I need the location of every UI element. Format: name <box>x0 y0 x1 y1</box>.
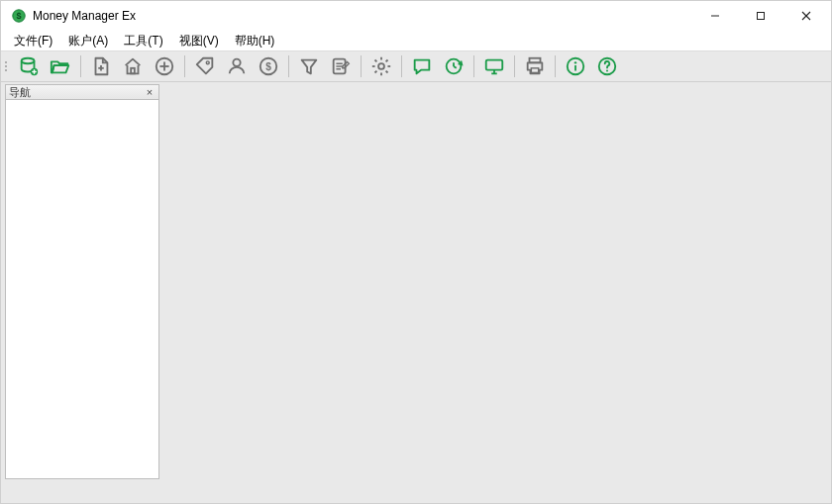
svg-rect-40 <box>531 68 538 73</box>
settings-button[interactable] <box>365 52 397 80</box>
toolbar-separator <box>401 55 402 77</box>
db-new-button[interactable] <box>13 52 45 80</box>
edit-list-icon <box>330 55 352 77</box>
fullscreen-button[interactable] <box>478 52 510 80</box>
info-icon <box>565 55 586 77</box>
currency-button[interactable]: $ <box>253 52 284 80</box>
toolbar-separator <box>555 55 556 77</box>
open-button[interactable] <box>45 52 76 80</box>
printer-icon <box>524 55 546 77</box>
currency-icon: $ <box>258 55 279 77</box>
svg-line-32 <box>374 71 376 73</box>
menu-tools[interactable]: 工具(T) <box>117 31 169 51</box>
filter-button[interactable] <box>293 52 325 80</box>
window-controls <box>692 1 829 31</box>
svg-line-30 <box>386 71 388 73</box>
funnel-icon <box>298 55 320 77</box>
file-plus-icon <box>90 55 112 77</box>
main-area <box>163 84 827 499</box>
home-icon <box>122 55 144 77</box>
new-file-button[interactable] <box>85 52 117 80</box>
tag-button[interactable] <box>189 52 221 80</box>
titlebar: $ Money Manager Ex <box>1 1 831 31</box>
close-button[interactable] <box>783 1 829 31</box>
menu-view[interactable]: 视图(V) <box>172 31 226 51</box>
minimize-button[interactable] <box>692 1 738 31</box>
svg-text:$: $ <box>16 11 21 21</box>
home-button[interactable] <box>117 52 149 80</box>
add-button[interactable] <box>149 52 180 80</box>
help-button[interactable] <box>591 52 623 80</box>
panel-close-icon[interactable]: × <box>143 85 156 99</box>
svg-line-31 <box>386 59 388 61</box>
toolbar-separator <box>473 55 474 77</box>
toolbar-separator <box>80 55 81 77</box>
svg-point-16 <box>206 61 209 64</box>
svg-point-17 <box>233 59 240 66</box>
content-area: 导航 × <box>1 82 831 503</box>
toolbar-separator <box>514 55 515 77</box>
comment-icon <box>411 55 433 77</box>
svg-line-35 <box>454 66 457 68</box>
menubar: 文件(F) 账户(A) 工具(T) 视图(V) 帮助(H) <box>1 31 831 50</box>
about-button[interactable] <box>560 52 591 80</box>
menu-help[interactable]: 帮助(H) <box>228 31 282 51</box>
plus-circle-icon <box>154 55 175 77</box>
toolbar-grip[interactable] <box>5 54 11 78</box>
svg-point-6 <box>22 58 35 64</box>
folder-open-icon <box>50 55 71 77</box>
monitor-icon <box>483 55 505 77</box>
svg-rect-36 <box>486 60 503 70</box>
toolbar-separator <box>288 55 289 77</box>
app-icon: $ <box>11 8 27 24</box>
scheduled-button[interactable] <box>438 52 469 80</box>
notes-button[interactable] <box>406 52 438 80</box>
svg-point-24 <box>378 63 384 69</box>
svg-text:$: $ <box>265 61 271 72</box>
tag-icon <box>194 55 216 77</box>
maximize-button[interactable] <box>738 1 783 31</box>
gear-icon <box>370 55 392 77</box>
database-new-icon <box>18 55 40 77</box>
svg-point-45 <box>606 70 608 72</box>
menu-accounts[interactable]: 账户(A) <box>61 31 115 51</box>
navigation-header[interactable]: 导航 × <box>5 84 159 100</box>
menu-file[interactable]: 文件(F) <box>7 31 59 51</box>
person-icon <box>226 55 248 77</box>
toolbar: $ <box>1 50 831 82</box>
clock-refresh-icon <box>443 55 465 77</box>
print-button[interactable] <box>519 52 551 80</box>
svg-point-42 <box>574 61 576 63</box>
window-title: Money Manager Ex <box>33 9 136 23</box>
toolbar-separator <box>184 55 185 77</box>
report-button[interactable] <box>325 52 357 80</box>
navigation-tree[interactable] <box>5 100 159 479</box>
svg-rect-12 <box>131 68 135 74</box>
navigation-panel: 导航 × <box>5 84 159 479</box>
help-icon <box>596 55 618 77</box>
svg-line-29 <box>374 59 376 61</box>
navigation-title: 导航 <box>9 85 31 100</box>
payee-button[interactable] <box>221 52 253 80</box>
toolbar-separator <box>361 55 362 77</box>
svg-rect-3 <box>758 13 765 20</box>
